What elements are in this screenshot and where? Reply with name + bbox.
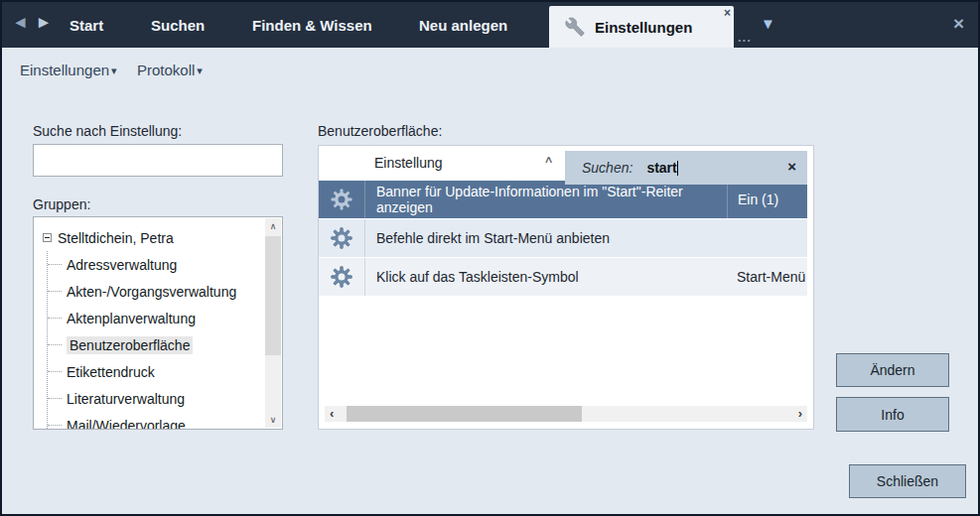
tab-neu-anlegen[interactable]: Neu anlegen <box>419 2 507 48</box>
setting-value <box>727 219 807 257</box>
settings-group-title: Benutzeroberfläche: <box>318 123 442 139</box>
tree-item-etikettendruck[interactable]: Etikettendruck <box>48 358 264 385</box>
wrench-icon <box>565 17 585 37</box>
menu-protokoll[interactable]: Protokoll▾ <box>137 62 203 78</box>
column-header-einstellung[interactable]: Einstellung <box>374 155 443 171</box>
settings-window: ◄ ► Start Suchen Finden & Wissen Neu anl… <box>0 0 980 516</box>
horizontal-scrollbar[interactable]: ‹ › <box>325 406 807 422</box>
tree-item-label: Adressverwaltung <box>67 257 177 273</box>
table-row[interactable]: Klick auf das Taskleisten-Symbol Start-M… <box>319 258 807 296</box>
chevron-down-icon: ▾ <box>111 64 117 76</box>
tree-item-adressverwaltung[interactable]: Adressverwaltung <box>48 251 264 278</box>
window-close-icon[interactable]: × <box>953 13 964 35</box>
schliessen-button[interactable]: Schließen <box>849 464 966 498</box>
settings-table: Einstellung ∧ Suchen: start × <box>318 145 814 430</box>
tree-item-label: Etikettendruck <box>67 364 155 380</box>
tab-finden-wissen[interactable]: Finden & Wissen <box>252 2 372 48</box>
tree-item-literaturverwaltung[interactable]: Literaturverwaltung <box>48 385 264 412</box>
gear-icon <box>330 226 353 250</box>
scrollbar-thumb[interactable] <box>265 236 281 355</box>
scroll-up-icon[interactable]: ∧ <box>265 221 281 231</box>
info-button[interactable]: Info <box>836 397 949 432</box>
scrollbar-thumb[interactable] <box>347 406 582 422</box>
setting-name: Klick auf das Taskleisten-Symbol <box>365 258 727 296</box>
tree-item-label: Aktenplanverwaltung <box>67 311 196 326</box>
tab-close-icon[interactable]: × <box>724 7 731 19</box>
nav-arrows: ◄ ► <box>12 13 53 33</box>
table-search-overlay: Suchen: start × <box>565 151 807 185</box>
table-search-label: Suchen: <box>582 160 632 176</box>
chevron-down-icon: ▾ <box>197 64 203 76</box>
tab-dropdown-icon[interactable]: ▼ <box>761 15 775 32</box>
tree-item-akten-vorgangsverwaltung[interactable]: Akten-/Vorgangsverwaltung <box>48 278 264 305</box>
scroll-down-icon[interactable]: ∨ <box>265 415 281 425</box>
tab-start[interactable]: Start <box>70 2 103 48</box>
scroll-right-icon[interactable]: › <box>798 406 802 421</box>
tree-scrollbar[interactable]: ∧ ∨ <box>265 218 281 428</box>
setting-value: Ein (1) <box>727 181 807 218</box>
groups-label: Gruppen: <box>33 196 90 212</box>
groups-tree: Stelltdichein, Petra Adressverwaltung Ak… <box>33 216 283 430</box>
tree-root-node[interactable]: Stelltdichein, Petra <box>43 224 264 251</box>
tree-item-label: Benutzeroberfläche <box>67 336 193 354</box>
table-row[interactable]: Befehle direkt im Start-Menü anbieten <box>319 219 807 257</box>
sort-ascending-icon[interactable]: ∧ <box>544 154 554 165</box>
setting-value: Start-Menü <box>727 258 807 296</box>
tab-einstellungen-active[interactable]: Einstellungen × <box>549 6 734 48</box>
menu-einstellungen-label: Einstellungen <box>20 62 109 78</box>
tab-overflow-ellipsis: ... <box>738 30 752 45</box>
menu-protokoll-label: Protokoll <box>137 62 195 78</box>
tab-suchen[interactable]: Suchen <box>151 2 205 48</box>
search-setting-label: Suche nach Einstellung: <box>33 123 182 139</box>
table-search-value: start <box>646 160 676 176</box>
tab-einstellungen-label: Einstellungen <box>595 19 692 36</box>
ribbon-tab-bar: ◄ ► Start Suchen Finden & Wissen Neu anl… <box>2 2 978 48</box>
setting-name: Befehle direkt im Start-Menü anbieten <box>365 219 727 257</box>
table-search-input[interactable]: start <box>646 160 677 176</box>
search-setting-input[interactable] <box>33 144 283 177</box>
search-close-icon[interactable]: × <box>787 158 796 175</box>
table-row[interactable]: Banner für Update-Informationen im "Star… <box>319 181 807 218</box>
text-cursor <box>677 161 678 176</box>
tree-item-label: Literaturverwaltung <box>67 391 185 407</box>
gear-icon <box>330 188 353 211</box>
back-icon[interactable]: ◄ <box>12 13 30 32</box>
collapse-icon[interactable] <box>43 233 52 242</box>
tree-item-mail-wiedervorlage[interactable]: Mail/Wiedervorlage <box>48 412 264 429</box>
tree-item-label: Akten-/Vorgangsverwaltung <box>67 284 236 300</box>
setting-name: Banner für Update-Informationen im "Star… <box>365 181 727 218</box>
menubar: Einstellungen▾ Protokoll▾ <box>2 48 978 87</box>
tree-item-label: Mail/Wiedervorlage <box>67 418 186 430</box>
scroll-left-icon[interactable]: ‹ <box>330 406 334 421</box>
tree-item-aktenplanverwaltung[interactable]: Aktenplanverwaltung <box>48 305 264 331</box>
gear-icon <box>330 265 353 289</box>
menu-einstellungen[interactable]: Einstellungen▾ <box>20 62 117 78</box>
aendern-button[interactable]: Ändern <box>836 353 949 387</box>
forward-icon[interactable]: ► <box>36 13 54 32</box>
tree-item-benutzeroberflaeche[interactable]: Benutzeroberfläche <box>48 331 264 358</box>
tree-root-label: Stelltdichein, Petra <box>58 230 174 246</box>
